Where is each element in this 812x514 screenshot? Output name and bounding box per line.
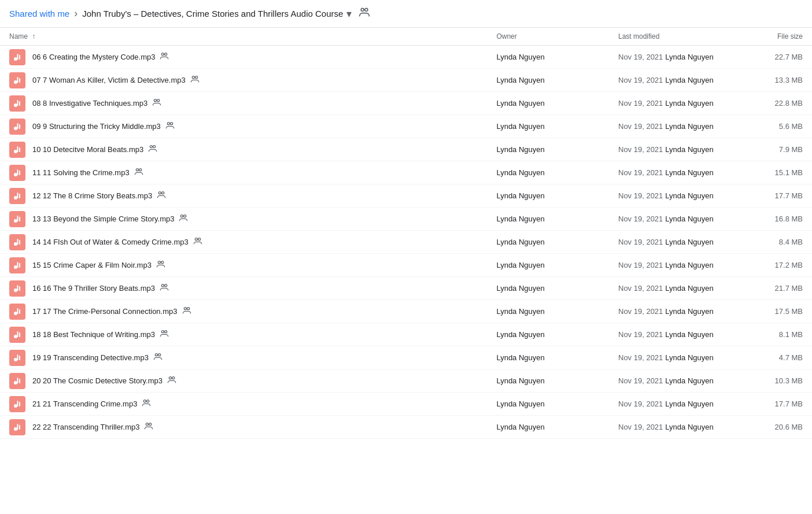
- svg-rect-94: [17, 401, 19, 406]
- table-row[interactable]: 13 13 Beyond the Simple Crime Story.mp3 …: [0, 208, 812, 231]
- shared-icon: [134, 167, 143, 178]
- svg-point-30: [150, 146, 153, 148]
- owner-cell: Lynda Nguyen: [487, 115, 609, 138]
- audio-file-icon: [9, 350, 25, 366]
- owner-cell: Lynda Nguyen: [487, 254, 609, 277]
- modified-by: Lynda Nguyen: [665, 400, 713, 408]
- modified-date: Nov 19, 2021: [618, 284, 663, 293]
- table-header-row: Name ↑ Owner Last modified File size: [0, 28, 812, 46]
- table-row[interactable]: 09 9 Structuring the Tricky Middle.mp3 L…: [0, 115, 812, 138]
- svg-rect-100: [17, 424, 19, 430]
- file-name-text: 16 16 The 9 Thriller Story Beats.mp3: [32, 283, 169, 294]
- modified-by: Lynda Nguyen: [665, 215, 713, 223]
- size-cell: 15.1 MB: [755, 161, 812, 184]
- file-name-cell: 14 14 FIsh Out of Water & Comedy Crime.m…: [9, 234, 478, 250]
- size-cell: 13.3 MB: [755, 69, 812, 92]
- audio-file-icon: [9, 142, 25, 158]
- svg-point-7: [165, 53, 167, 56]
- svg-point-1: [365, 8, 368, 11]
- svg-point-18: [154, 99, 157, 102]
- shared-with-me-link[interactable]: Shared with me: [9, 9, 69, 19]
- svg-point-37: [139, 169, 141, 171]
- table-row[interactable]: 22 22 Transcending Thriller.mp3 Lynda Ng…: [0, 416, 812, 439]
- svg-rect-76: [17, 331, 19, 337]
- modified-date: Nov 19, 2021: [618, 261, 663, 269]
- modified-cell: Nov 19, 2021 Lynda Nguyen: [609, 231, 755, 254]
- table-row[interactable]: 10 10 Detecitve Moral Beats.mp3 Lynda Ng…: [0, 138, 812, 161]
- svg-rect-23: [19, 124, 20, 129]
- modified-by: Lynda Nguyen: [665, 168, 713, 177]
- modified-date: Nov 19, 2021: [618, 122, 663, 131]
- table-row[interactable]: 21 21 Transcending Crime.mp3 Lynda Nguye…: [0, 393, 812, 416]
- table-row[interactable]: 18 18 Best Technique of Writing.mp3 Lynd…: [0, 323, 812, 346]
- shared-icon: [190, 75, 200, 86]
- column-last-modified[interactable]: Last modified: [609, 28, 755, 46]
- svg-rect-89: [19, 379, 20, 383]
- file-name-text: 07 7 Woman As Killer, Victim & Detective…: [32, 75, 200, 86]
- column-file-size[interactable]: File size: [755, 28, 812, 46]
- modified-cell: Nov 19, 2021 Lynda Nguyen: [609, 416, 755, 439]
- modified-date: Nov 19, 2021: [618, 330, 663, 339]
- svg-rect-41: [19, 194, 20, 198]
- shared-icon: [193, 236, 202, 247]
- sort-ascending-icon: ↑: [32, 32, 35, 40]
- file-name-text: 19 19 Transcending Detective.mp3: [32, 352, 163, 363]
- table-row[interactable]: 19 19 Transcending Detective.mp3 Lynda N…: [0, 346, 812, 369]
- owner-cell: Lynda Nguyen: [487, 393, 609, 416]
- owner-cell: Lynda Nguyen: [487, 323, 609, 346]
- table-row[interactable]: 06 6 Creating the Mystery Code.mp3 Lynda…: [0, 46, 812, 69]
- shared-icon: [156, 260, 165, 271]
- audio-file-icon: [9, 188, 25, 204]
- table-row[interactable]: 08 8 Investigative Techniques.mp3 Lynda …: [0, 92, 812, 115]
- file-name-text: 22 22 Transcending Thriller.mp3: [32, 421, 153, 432]
- owner-cell: Lynda Nguyen: [487, 300, 609, 323]
- modified-cell: Nov 19, 2021 Lynda Nguyen: [609, 300, 755, 323]
- svg-point-66: [161, 284, 164, 287]
- svg-rect-35: [19, 171, 20, 175]
- size-cell: 8.1 MB: [755, 323, 812, 346]
- svg-point-27: [14, 150, 17, 153]
- svg-rect-28: [17, 146, 19, 152]
- file-name-text: 09 9 Structuring the Tricky Middle.mp3: [32, 121, 175, 132]
- size-cell: 4.7 MB: [755, 346, 812, 369]
- table-row[interactable]: 15 15 Crime Caper & Film Noir.mp3 Lynda …: [0, 254, 812, 277]
- table-row[interactable]: 16 16 The 9 Thriller Story Beats.mp3 Lyn…: [0, 277, 812, 300]
- table-row[interactable]: 12 12 The 8 Crime Story Beats.mp3 Lynda …: [0, 184, 812, 208]
- svg-rect-52: [17, 239, 19, 245]
- column-owner[interactable]: Owner: [487, 28, 609, 46]
- file-name-text: 18 18 Best Technique of Writing.mp3: [32, 329, 169, 340]
- svg-point-54: [195, 238, 197, 241]
- breadcrumb-separator: ›: [74, 8, 77, 20]
- table-row[interactable]: 14 14 FIsh Out of Water & Comedy Crime.m…: [0, 231, 812, 254]
- table-row[interactable]: 07 7 Woman As Killer, Victim & Detective…: [0, 69, 812, 92]
- svg-point-73: [187, 308, 189, 310]
- shared-people-icon[interactable]: [359, 6, 370, 21]
- table-row[interactable]: 17 17 The Crime-Personal Connection.mp3 …: [0, 300, 812, 323]
- svg-rect-58: [17, 262, 19, 268]
- svg-rect-46: [17, 216, 19, 221]
- size-cell: 17.7 MB: [755, 184, 812, 208]
- owner-cell: Lynda Nguyen: [487, 161, 609, 184]
- file-name-cell: 17 17 The Crime-Personal Connection.mp3: [9, 304, 478, 320]
- file-name-cell: 09 9 Structuring the Tricky Middle.mp3: [9, 119, 478, 135]
- breadcrumb-current-folder: John Truby's – Detectives, Crime Stories…: [82, 8, 352, 20]
- table-row[interactable]: 20 20 The Cosmic Detective Story.mp3 Lyn…: [0, 369, 812, 393]
- svg-point-97: [147, 400, 149, 402]
- file-name-cell: 20 20 The Cosmic Detective Story.mp3: [9, 373, 478, 389]
- svg-point-12: [192, 76, 194, 79]
- svg-rect-40: [17, 193, 19, 198]
- svg-rect-34: [17, 169, 19, 175]
- modified-by: Lynda Nguyen: [665, 191, 713, 200]
- svg-point-36: [136, 169, 138, 171]
- size-cell: 5.6 MB: [755, 115, 812, 138]
- file-name-text: 14 14 FIsh Out of Water & Comedy Crime.m…: [32, 236, 202, 247]
- shared-icon: [153, 352, 163, 363]
- svg-point-24: [167, 123, 169, 125]
- shared-icon: [160, 51, 169, 62]
- folder-dropdown-icon[interactable]: ▾: [346, 8, 352, 20]
- modified-date: Nov 19, 2021: [618, 215, 663, 223]
- column-name[interactable]: Name ↑: [0, 28, 487, 46]
- svg-rect-47: [19, 217, 20, 221]
- file-name-text: 20 20 The Cosmic Detective Story.mp3: [32, 375, 176, 386]
- table-row[interactable]: 11 11 Solving the Crime.mp3 Lynda Nguyen…: [0, 161, 812, 184]
